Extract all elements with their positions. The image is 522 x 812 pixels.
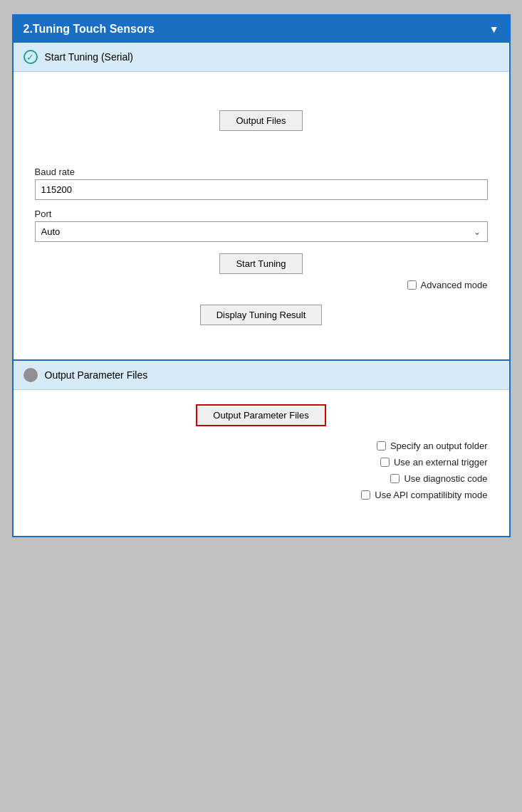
- api-compat-item: Use API compatilibity mode: [361, 490, 487, 500]
- gray-circle-icon: [24, 368, 38, 382]
- start-tuning-subheader: ✓ Start Tuning (Serial): [14, 43, 509, 72]
- api-compat-checkbox[interactable]: [361, 490, 370, 500]
- output-checkboxes-list: Specify an output folder Use an external…: [35, 441, 488, 522]
- start-tuning-label: Start Tuning (Serial): [45, 51, 134, 63]
- check-circle-icon: ✓: [24, 50, 38, 64]
- specify-output-folder-item: Specify an output folder: [377, 441, 488, 451]
- external-trigger-item: Use an external trigger: [380, 457, 488, 468]
- start-tuning-row: Start Tuning: [35, 253, 488, 274]
- port-label: Port: [35, 209, 488, 219]
- baud-rate-label: Baud rate: [35, 167, 488, 177]
- display-tuning-result-button[interactable]: Display Tuning Result: [200, 305, 323, 325]
- start-tuning-content: Output Files Baud rate Port Auto COM1 CO…: [14, 72, 509, 359]
- output-param-button[interactable]: Output Parameter Files: [196, 404, 325, 426]
- output-files-button[interactable]: Output Files: [219, 110, 302, 131]
- start-tuning-button[interactable]: Start Tuning: [219, 253, 302, 274]
- diagnostic-code-item: Use diagnostic code: [390, 473, 487, 484]
- output-param-content: Output Parameter Files Specify an output…: [14, 390, 509, 536]
- diagnostic-code-checkbox[interactable]: [390, 474, 400, 483]
- advanced-mode-checkbox[interactable]: [407, 280, 417, 290]
- advanced-mode-label: Advanced mode: [421, 280, 488, 290]
- external-trigger-checkbox[interactable]: [380, 458, 390, 467]
- api-compat-label: Use API compatilibity mode: [375, 490, 487, 500]
- external-trigger-label: Use an external trigger: [394, 457, 488, 468]
- baud-rate-group: Baud rate: [35, 167, 488, 200]
- advanced-mode-row: Advanced mode: [35, 280, 488, 290]
- baud-rate-input[interactable]: [35, 179, 488, 200]
- main-panel: 2.Tuning Touch Sensors ▼ ✓ Start Tuning …: [12, 14, 511, 537]
- port-group: Port Auto COM1 COM2 COM3 ⌄: [35, 209, 488, 242]
- arrow-icon: ▼: [489, 23, 499, 35]
- section-header: 2.Tuning Touch Sensors ▼: [14, 16, 509, 43]
- display-result-row: Display Tuning Result: [35, 305, 488, 342]
- specify-output-folder-label: Specify an output folder: [390, 441, 488, 451]
- output-param-section: Output Parameter Files Output Parameter …: [14, 359, 509, 536]
- output-param-btn-row: Output Parameter Files: [35, 404, 488, 426]
- output-files-row: Output Files: [35, 110, 488, 131]
- section-title: 2.Tuning Touch Sensors: [24, 23, 155, 36]
- output-param-subheader: Output Parameter Files: [14, 361, 509, 390]
- port-select-wrapper: Auto COM1 COM2 COM3 ⌄: [35, 221, 488, 242]
- port-select[interactable]: Auto COM1 COM2 COM3: [35, 221, 488, 242]
- diagnostic-code-label: Use diagnostic code: [404, 473, 487, 484]
- specify-output-folder-checkbox[interactable]: [377, 441, 386, 450]
- output-param-label: Output Parameter Files: [45, 369, 148, 381]
